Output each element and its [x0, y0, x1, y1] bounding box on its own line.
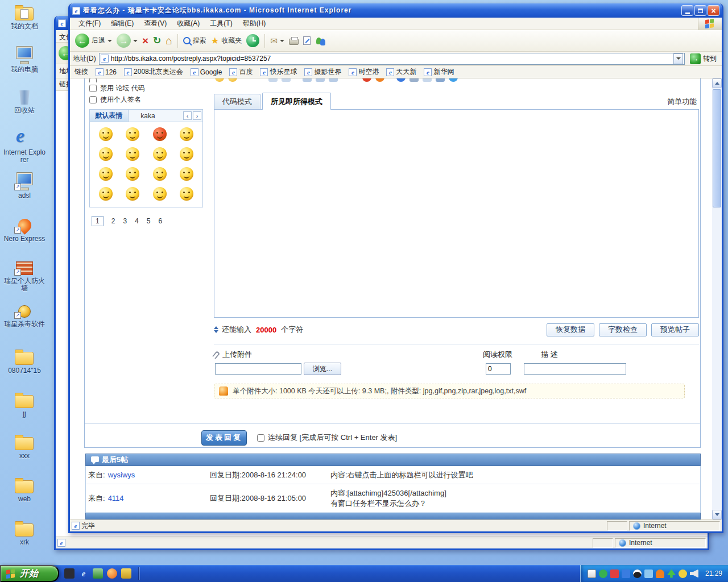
desktop-icon-folder-jj[interactable]: jj	[2, 390, 47, 418]
emoticon-icon[interactable]	[126, 167, 139, 181]
desktop-icon-folder-080714[interactable]: 080714"15	[2, 347, 47, 375]
edit-button[interactable]	[301, 35, 312, 46]
restore-data-button[interactable]: 恢复数据	[547, 323, 594, 336]
editor-toolbar-icon[interactable]	[423, 78, 432, 82]
go-button[interactable]: 转到	[688, 53, 719, 64]
editor-toolbar-icon[interactable]	[268, 78, 278, 82]
link-shikonggang[interactable]: 时空港	[349, 67, 379, 77]
emoticon-icon[interactable]	[180, 187, 193, 201]
address-dropdown-button[interactable]	[673, 53, 683, 64]
emoticon-icon[interactable]	[153, 147, 167, 161]
close-button[interactable]	[708, 5, 719, 16]
window-titlebar[interactable]: 看看怎么办 - 瑞星卡卡安全论坛bbs.ikaka.com - Microsof…	[70, 3, 722, 18]
mail-button[interactable]	[268, 35, 286, 47]
emoticon-next-icon[interactable]	[193, 111, 201, 120]
page-3[interactable]: 3	[123, 217, 127, 225]
read-permission-input[interactable]	[486, 363, 511, 375]
link-xinhuanet[interactable]: 新华网	[424, 67, 454, 77]
show-desktop-icon[interactable]	[93, 568, 103, 579]
messenger-tray-icon[interactable]	[622, 569, 630, 578]
preview-post-button[interactable]: 预览帖子	[651, 323, 699, 336]
desktop-icon-folder-web[interactable]: web	[2, 475, 47, 503]
firefox-icon[interactable]	[107, 568, 117, 579]
input-method-icon[interactable]	[588, 569, 596, 578]
vertical-scrollbar[interactable]	[712, 78, 722, 519]
menu-tools[interactable]: 工具(T)	[205, 17, 237, 30]
back-button[interactable]: 后退	[73, 32, 114, 49]
menu-view[interactable]: 查看(V)	[139, 17, 172, 30]
emoticon-prev-icon[interactable]	[183, 111, 192, 120]
editor-toolbar-icon[interactable]	[303, 78, 312, 82]
forum-option-disable-code[interactable]: 禁用 论坛 代码	[89, 82, 206, 94]
continuous-reply-checkbox[interactable]	[257, 434, 264, 442]
message-editor-area[interactable]	[214, 109, 699, 318]
author-link[interactable]: wysiwys	[108, 471, 135, 479]
emoticon-icon[interactable]	[126, 187, 139, 201]
emoticon-icon[interactable]	[99, 187, 113, 201]
desktop-icon-my-documents[interactable]: 我的文档	[2, 2, 47, 30]
editor-resize-icons[interactable]	[214, 326, 218, 333]
history-button[interactable]	[245, 33, 261, 48]
link-sheying-shijie[interactable]: 摄影世界	[304, 67, 341, 77]
submit-reply-button[interactable]: 发表回复	[201, 430, 247, 446]
link-126[interactable]: 126	[96, 68, 117, 76]
menu-favorites[interactable]: 收藏(A)	[172, 17, 205, 30]
home-button[interactable]	[164, 34, 173, 48]
menu-help[interactable]: 帮助(H)	[238, 17, 271, 30]
stop-button[interactable]	[140, 34, 150, 48]
network-icon[interactable]	[644, 569, 653, 578]
continuous-reply-option[interactable]: 连续回复 [完成后可按 Ctrl + Enter 发表]	[257, 433, 397, 443]
desktop-icon-folder-xrk[interactable]: xrk	[2, 518, 47, 546]
page-6[interactable]: 6	[158, 217, 162, 225]
page-4[interactable]: 4	[135, 217, 139, 225]
browser-window[interactable]: 看看怎么办 - 瑞星卡卡安全论坛bbs.ikaka.com - Microsof…	[68, 3, 723, 533]
link-kuaile-xingqiu[interactable]: 快乐星球	[260, 67, 297, 77]
emoticon-icon[interactable]	[126, 147, 139, 161]
emoticon-icon[interactable]	[180, 167, 193, 181]
rising-umbrella-icon[interactable]	[656, 569, 664, 578]
restore-button[interactable]	[694, 5, 706, 16]
firewall-tray-icon[interactable]	[610, 569, 619, 578]
forum-option-clipped[interactable]	[89, 78, 206, 82]
tab-default-emoticons[interactable]: 默认表情	[90, 110, 129, 122]
attachment-file-input[interactable]	[215, 363, 301, 375]
emoticon-icon[interactable]	[153, 187, 167, 201]
emoticon-icon[interactable]	[153, 167, 167, 181]
scrollbar-thumb[interactable]	[713, 89, 721, 207]
option-checkbox[interactable]	[89, 96, 97, 103]
page-1[interactable]: 1	[92, 216, 104, 226]
minimize-button[interactable]	[681, 5, 693, 16]
editor-toolbar-icon[interactable]	[449, 78, 458, 82]
forum-option-signature[interactable]: 使用个人签名	[89, 94, 206, 105]
word-check-button[interactable]: 字数检查	[599, 323, 647, 336]
author-link[interactable]: 4114	[108, 494, 124, 502]
desktop-icon-my-computer[interactable]: 我的电脑	[2, 45, 47, 73]
desktop-icon-nero-express[interactable]: Nero Express	[2, 215, 47, 243]
antivirus-tray-icon[interactable]	[679, 569, 687, 578]
tab-kaka-emoticons[interactable]: kaka	[129, 110, 167, 122]
start-button[interactable]: 开始	[0, 565, 59, 582]
desktop-icon-recycle-bin[interactable]: 回收站	[2, 86, 47, 114]
menu-file[interactable]: 文件(F)	[73, 17, 106, 30]
editor-toolbar-icon[interactable]	[375, 78, 384, 82]
editor-toolbar-icon[interactable]	[362, 78, 371, 82]
link-beijing-2008[interactable]: 2008北京奥运会	[124, 67, 183, 77]
editor-toolbar-icon[interactable]	[282, 78, 291, 82]
link-baidu[interactable]: 百度	[229, 67, 253, 77]
emoticon-angry-icon[interactable]	[153, 127, 167, 141]
editor-toolbar-icon[interactable]	[215, 78, 224, 82]
antivirus-quicklaunch-icon[interactable]	[121, 568, 131, 579]
desktop-icon-rising-antivirus[interactable]: 瑞星杀毒软件	[2, 300, 47, 328]
tab-wysiwyg-mode[interactable]: 所见即所得模式	[262, 93, 331, 110]
emoticon-icon[interactable]	[180, 127, 193, 141]
print-button[interactable]	[287, 35, 300, 46]
desktop-icon-rising-firewall[interactable]: 瑞星个人防火墙	[2, 257, 47, 292]
volume-icon[interactable]	[690, 569, 698, 578]
editor-toolbar-icon[interactable]	[410, 78, 419, 82]
menu-edit[interactable]: 编辑(E)	[106, 17, 139, 30]
input-panel-icon[interactable]	[64, 568, 75, 579]
page-5[interactable]: 5	[147, 217, 151, 225]
page-2[interactable]: 2	[111, 217, 115, 225]
link-tiantianxin[interactable]: 天天新	[386, 67, 416, 77]
desktop-icon-internet-explorer[interactable]: Internet Explorer	[2, 128, 47, 164]
